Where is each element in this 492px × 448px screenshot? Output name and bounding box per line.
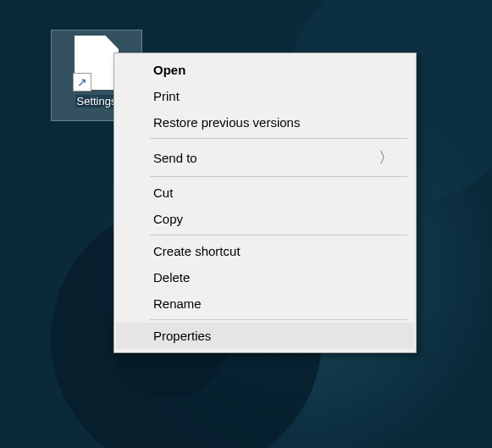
shortcut-arrow-icon: ↗ xyxy=(73,73,91,91)
menu-separator xyxy=(150,138,407,139)
menu-item-label: Open xyxy=(153,63,185,77)
menu-item-send-to[interactable]: Send to 〉 xyxy=(116,141,414,174)
menu-item-rename[interactable]: Rename xyxy=(116,290,414,317)
menu-separator xyxy=(150,235,407,235)
menu-item-label: Restore previous versions xyxy=(153,115,300,130)
menu-item-label: Cut xyxy=(153,185,173,200)
menu-item-copy[interactable]: Copy xyxy=(116,206,414,232)
menu-item-print[interactable]: Print xyxy=(116,83,414,109)
menu-item-cut[interactable]: Cut xyxy=(116,180,414,206)
file-icon-wrap: ↗ xyxy=(75,36,119,90)
menu-item-label: Send to xyxy=(153,151,197,165)
menu-item-open[interactable]: Open xyxy=(116,57,414,83)
menu-item-label: Copy xyxy=(153,212,183,226)
menu-item-create-shortcut[interactable]: Create shortcut xyxy=(116,238,414,264)
menu-item-restore-previous-versions[interactable]: Restore previous versions xyxy=(116,109,414,136)
menu-item-label: Print xyxy=(153,89,180,103)
desktop-icon-label: Settings xyxy=(75,95,119,108)
menu-separator xyxy=(150,176,407,177)
menu-item-label: Create shortcut xyxy=(153,244,240,258)
menu-item-label: Properties xyxy=(153,329,211,343)
menu-item-delete[interactable]: Delete xyxy=(116,264,414,290)
context-menu: Open Print Restore previous versions Sen… xyxy=(113,53,417,353)
chevron-right-icon: 〉 xyxy=(379,147,394,168)
menu-separator xyxy=(150,319,407,320)
menu-item-label: Delete xyxy=(153,270,190,285)
menu-item-properties[interactable]: Properties xyxy=(116,323,414,349)
menu-item-label: Rename xyxy=(153,296,202,311)
